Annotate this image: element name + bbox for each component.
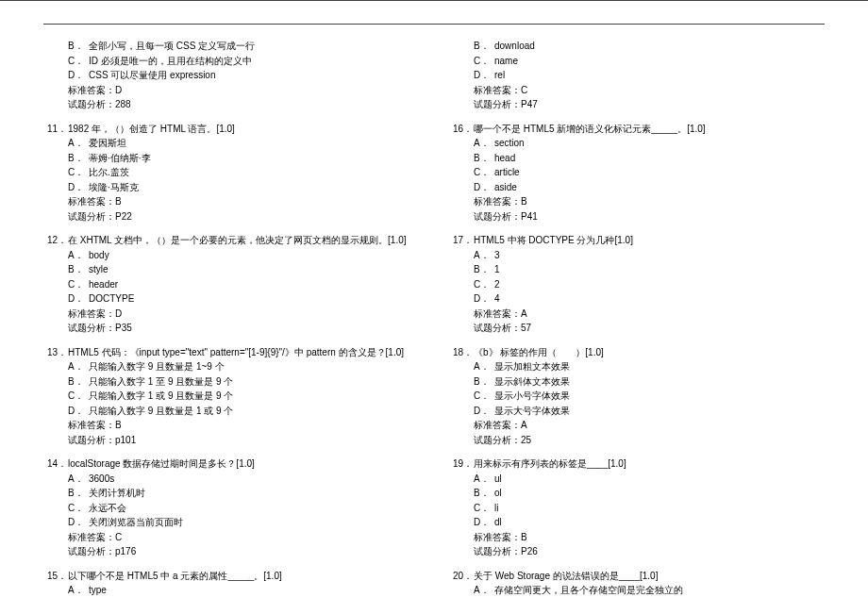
- option-text: ID 必须是唯一的，且用在结构的定义中: [89, 54, 419, 69]
- question-stem: HTML5 代码：《input type="text" pattern="[1-…: [68, 345, 419, 360]
- question-number: 17．: [449, 233, 474, 248]
- option-letter: D．: [68, 291, 89, 307]
- option-text: 关闭计算机时: [89, 486, 419, 501]
- question-number: 19．: [449, 456, 474, 472]
- option-letter: A．: [68, 359, 89, 374]
- question-stem: HTML5 中将 DOCTYPE 分为几种[1.0]: [474, 233, 825, 248]
- option-letter: B．: [68, 262, 89, 277]
- analysis: 试题分析：P22: [43, 209, 419, 224]
- option-letter: C．: [68, 277, 89, 292]
- question-stem: 以下哪个不是 HTML5 中 a 元素的属性_____。[1.0]: [68, 569, 419, 584]
- question-12: 12．在 XHTML 文档中，（）是一个必要的元素，他决定了网页文档的显示规则。…: [43, 233, 419, 336]
- option-letter: A．: [474, 248, 494, 263]
- option-letter: D．: [474, 180, 494, 195]
- option-letter: D．: [68, 180, 89, 195]
- option-text: 显示小号字体效果: [494, 389, 825, 404]
- question-number: 12．: [43, 233, 68, 248]
- analysis: 试题分析：288: [43, 97, 419, 112]
- standard-answer: 标准答案：B: [43, 194, 419, 209]
- standard-answer: 标准答案：B: [43, 418, 419, 433]
- standard-answer: 标准答案：C: [449, 83, 825, 98]
- analysis: 试题分析：25: [449, 433, 825, 448]
- question-18: 18．《b》 标签的作用（ ）[1.0] A．显示加粗文本效果 B．显示斜体文本…: [449, 345, 825, 448]
- option-letter: D．: [474, 515, 494, 530]
- option-text: 关闭浏览器当前页面时: [89, 515, 419, 530]
- option-letter: B．: [474, 374, 494, 390]
- two-column-layout: B．全部小写，且每一项 CSS 定义写成一行 C．ID 必须是唯一的，且用在结构…: [43, 39, 825, 607]
- question-stem: 1982 年，（）创造了 HTML 语言。[1.0]: [68, 122, 419, 137]
- option-text: name: [494, 54, 825, 69]
- option-text: rel: [494, 68, 825, 83]
- option-letter: C．: [474, 389, 494, 404]
- option-text: 2: [494, 277, 825, 292]
- option-letter: D．: [68, 68, 89, 83]
- option-text: download: [494, 39, 825, 54]
- standard-answer: 标准答案：A: [449, 418, 825, 433]
- option-letter: C．: [474, 277, 494, 292]
- question-16: 16．哪一个不是 HTML5 新增的语义化标记元素_____。[1.0] A．s…: [449, 122, 825, 224]
- question-15-partial: B．download C．name D．rel 标准答案：C 试题分析：P47: [449, 39, 825, 112]
- question-number: 11．: [43, 122, 68, 137]
- option-text: 3: [494, 248, 825, 263]
- option-letter: C．: [68, 389, 89, 404]
- standard-answer: 标准答案：D: [43, 307, 419, 322]
- option-letter: C．: [68, 54, 89, 69]
- option-letter: A．: [68, 583, 89, 598]
- option-text: 只能输入数字 1 至 9 且数量是 9 个: [89, 374, 419, 390]
- option-letter: C．: [474, 501, 494, 516]
- standard-answer: 标准答案：B: [449, 530, 825, 545]
- analysis: 试题分析：P47: [449, 97, 825, 112]
- option-letter: C．: [68, 501, 89, 516]
- option-text: 全部小写，且每一项 CSS 定义写成一行: [89, 39, 419, 54]
- option-text: 只能输入数字 1 或 9 且数量是 9 个: [89, 389, 419, 404]
- option-letter: A．: [68, 248, 89, 263]
- option-letter: B．: [68, 39, 89, 54]
- option-text: 1: [494, 262, 825, 277]
- option-letter: B．: [474, 39, 494, 54]
- option-text: 只能输入数字 9 且数量是 1 或 9 个: [89, 404, 419, 419]
- option-letter: B．: [474, 486, 494, 501]
- option-text: DOCTYPE: [89, 291, 419, 307]
- option-letter: A．: [68, 136, 89, 151]
- question-number: 20．: [449, 569, 474, 584]
- option-text: 比尔.盖茨: [89, 165, 419, 180]
- option-letter: D．: [68, 515, 89, 530]
- option-text: 存储空间更大，且各个存储空间是完全独立的: [494, 583, 825, 598]
- question-stem: localStorage 数据存储过期时间是多长？[1.0]: [68, 456, 419, 472]
- option-text: head: [494, 151, 825, 166]
- option-letter: D．: [474, 68, 494, 83]
- option-text: ol: [494, 486, 825, 501]
- option-letter: B．: [68, 151, 89, 166]
- option-text: 显示加粗文本效果: [494, 359, 825, 374]
- question-number: 14．: [43, 456, 68, 472]
- option-letter: D．: [474, 404, 494, 419]
- option-text: 埃隆·马斯克: [89, 180, 419, 195]
- option-text: type: [89, 583, 419, 598]
- option-letter: A．: [474, 583, 494, 598]
- question-number: 15．: [43, 569, 68, 584]
- standard-answer: 标准答案：A: [449, 307, 825, 322]
- standard-answer: 标准答案：C: [43, 530, 419, 545]
- option: D．CSS 可以尽量使用 expression: [43, 68, 419, 83]
- right-column: B．download C．name D．rel 标准答案：C 试题分析：P47 …: [449, 39, 825, 607]
- option-letter: C．: [474, 54, 494, 69]
- analysis: 试题分析：P26: [449, 544, 825, 559]
- question-number: 13．: [43, 345, 68, 360]
- question-10-partial: B．全部小写，且每一项 CSS 定义写成一行 C．ID 必须是唯一的，且用在结构…: [43, 39, 419, 112]
- standard-answer: 标准答案：B: [449, 194, 825, 209]
- option-letter: B．: [474, 262, 494, 277]
- analysis: 试题分析：p176: [43, 544, 419, 559]
- option: C．ID 必须是唯一的，且用在结构的定义中: [43, 54, 419, 69]
- question-20: 20．关于 Web Storage 的说法错误的是____[1.0] A．存储空…: [449, 569, 825, 598]
- question-11: 11．1982 年，（）创造了 HTML 语言。[1.0] A．爱因斯坦 B．蒂…: [43, 122, 419, 224]
- question-stem: 《b》 标签的作用（ ）[1.0]: [474, 345, 825, 360]
- standard-answer: 标准答案：D: [43, 83, 419, 98]
- analysis: 试题分析：P35: [43, 321, 419, 336]
- option-letter: B．: [474, 151, 494, 166]
- option-letter: A．: [68, 472, 89, 487]
- analysis: 试题分析：p101: [43, 433, 419, 448]
- question-number: 18．: [449, 345, 474, 360]
- question-stem: 哪一个不是 HTML5 新增的语义化标记元素_____。[1.0]: [474, 122, 825, 137]
- question-number: 16．: [449, 122, 474, 137]
- option-text: ul: [494, 472, 825, 487]
